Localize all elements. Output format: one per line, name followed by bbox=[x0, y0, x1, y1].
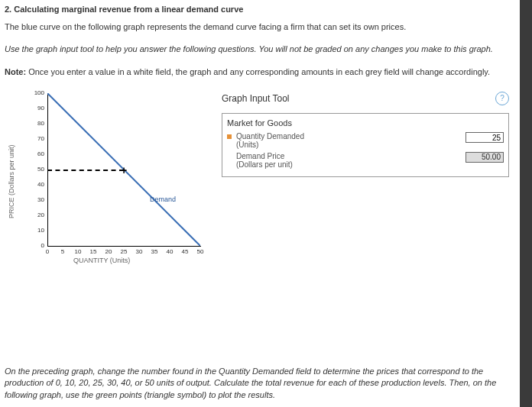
quantity-input[interactable] bbox=[466, 132, 504, 143]
note-prefix: Note: bbox=[5, 67, 26, 76]
note-body: Once you enter a value in a white field,… bbox=[26, 67, 490, 76]
qty-label-text: Quantity Demanded bbox=[236, 132, 304, 141]
x-tick: 40 bbox=[164, 248, 175, 255]
intersection-cross-icon: + bbox=[121, 169, 128, 176]
y-tick: 10 bbox=[29, 227, 44, 234]
y-tick: 60 bbox=[29, 150, 44, 157]
tool-title-row: Graph Input Tool ? bbox=[222, 92, 509, 105]
x-tick: 45 bbox=[180, 248, 190, 255]
market-subtitle: Market for Goods bbox=[227, 118, 504, 128]
help-icon[interactable]: ? bbox=[495, 92, 509, 105]
x-tick: 50 bbox=[195, 248, 206, 255]
demand-series-label: Demand bbox=[150, 195, 176, 203]
x-axis-label: QUANTITY (Units) bbox=[73, 257, 130, 264]
y-tick: 40 bbox=[29, 181, 44, 188]
price-label-text: Demand Price bbox=[236, 152, 284, 160]
series-color-icon bbox=[227, 134, 232, 139]
x-tick: 35 bbox=[149, 248, 160, 255]
right-scrollbar[interactable] bbox=[520, 0, 532, 407]
quantity-row: Quantity Demanded (Units) bbox=[227, 132, 504, 149]
demand-chart[interactable]: PRICE (Dollars per unit) + Demand 0 10 2… bbox=[5, 89, 211, 290]
x-tick: 30 bbox=[134, 248, 144, 255]
page-title: 2. Calculating marginal revenue from a l… bbox=[5, 5, 514, 14]
price-indicator-line bbox=[47, 170, 124, 171]
main-row: PRICE (Dollars per unit) + Demand 0 10 2… bbox=[5, 89, 514, 290]
market-panel: Market for Goods Quantity Demanded (Unit… bbox=[222, 113, 509, 177]
tool-title: Graph Input Tool bbox=[222, 93, 290, 104]
y-tick: 50 bbox=[29, 166, 44, 173]
qty-units: (Units) bbox=[236, 141, 258, 149]
quantity-label: Quantity Demanded (Units) bbox=[236, 132, 461, 149]
price-label: Demand Price (Dollars per unit) bbox=[236, 152, 461, 169]
x-tick: 5 bbox=[57, 248, 68, 255]
intro-text: The blue curve on the following graph re… bbox=[5, 21, 514, 33]
y-tick: 90 bbox=[29, 105, 44, 111]
price-units: (Dollars per unit) bbox=[236, 160, 293, 169]
y-tick: 80 bbox=[29, 120, 44, 127]
x-tick: 15 bbox=[88, 248, 99, 255]
page-content: 2. Calculating marginal revenue from a l… bbox=[0, 0, 532, 295]
price-output: 50.00 bbox=[466, 152, 504, 163]
instruction-1: Use the graph input tool to help you ans… bbox=[5, 44, 514, 55]
x-tick: 25 bbox=[118, 248, 129, 255]
y-axis-label: PRICE (Dollars per unit) bbox=[8, 145, 15, 219]
y-tick: 30 bbox=[29, 196, 44, 203]
y-tick: 20 bbox=[29, 212, 44, 218]
instruction-2: Note: Once you enter a value in a white … bbox=[5, 66, 514, 78]
x-tick: 20 bbox=[103, 248, 114, 255]
y-tick: 100 bbox=[29, 89, 44, 96]
price-row: Demand Price (Dollars per unit) 50.00 bbox=[227, 152, 504, 169]
graph-input-tool: Graph Input Tool ? Market for Goods Quan… bbox=[217, 89, 514, 290]
x-tick: 0 bbox=[42, 248, 53, 255]
x-tick: 10 bbox=[73, 248, 83, 255]
bottom-instruction: On the preceding graph, change the numbe… bbox=[5, 366, 514, 401]
y-tick: 70 bbox=[29, 135, 44, 142]
